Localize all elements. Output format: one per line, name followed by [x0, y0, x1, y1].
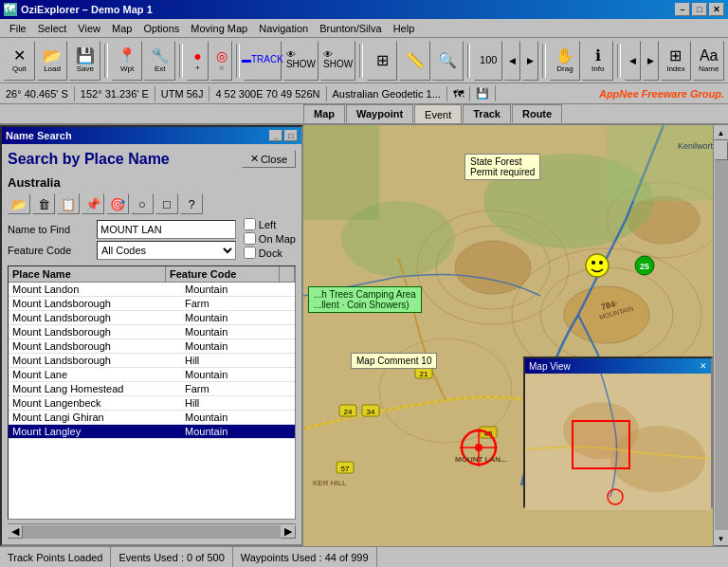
status-bar: Track Points Loaded Events Used : 0 of 5… [0, 546, 728, 567]
next-button[interactable]: ▶ [643, 41, 659, 81]
plus-button[interactable]: ● + [187, 41, 209, 81]
dock-checkbox[interactable] [244, 247, 256, 259]
zoom-out-button[interactable]: ◀ [504, 41, 520, 81]
panel-delete-button[interactable]: 🗑 [32, 193, 55, 214]
panel-pin-button[interactable]: 📌 [82, 193, 104, 214]
list-item[interactable]: Mount Landsborough Mountain [9, 311, 295, 325]
panel-copy-button[interactable]: 📋 [57, 193, 80, 214]
scroll-down-button[interactable]: ▼ [714, 531, 729, 546]
menu-map[interactable]: Map [106, 21, 137, 36]
mini-map-content [525, 374, 711, 512]
feature-code-cell: Mountain [181, 411, 295, 425]
place-name-cell: Mount Langi Ghiran [9, 411, 181, 425]
grid-display: 4 52 300E 70 49 526N [209, 86, 326, 101]
appnee-label: AppNee Freeware Group. [599, 88, 724, 100]
scroll-thumb-v[interactable] [715, 141, 728, 160]
scroll-left-btn[interactable]: ◀ [8, 525, 23, 539]
panel-circle-button[interactable]: ○ [131, 193, 154, 214]
track-btn[interactable]: ▬TRACK [244, 41, 282, 81]
map-icon[interactable]: 🗺 [447, 86, 470, 101]
sep5 [467, 44, 471, 78]
place-name-cell: Mount Langenbeck [9, 396, 181, 411]
mini-map-close-button[interactable]: ✕ [700, 361, 707, 371]
list-item[interactable]: Mount Lang Homestead Farm [9, 382, 295, 396]
list-item[interactable]: Mount Landsborough Hill [9, 354, 295, 368]
list-item[interactable]: Mount Langi Ghiran Mountain [9, 411, 295, 425]
tab-map[interactable]: Map [303, 104, 345, 123]
horizontal-scrollbar[interactable]: ◀ ▶ [8, 523, 296, 539]
scroll-up-button[interactable]: ▲ [714, 125, 729, 140]
map-vertical-scrollbar: ▲ ▼ [713, 125, 728, 546]
load-button[interactable]: 📂 Load [37, 41, 68, 81]
maximize-button[interactable]: □ [692, 3, 707, 16]
panel-minimize-button[interactable]: _ [269, 130, 282, 141]
name-button[interactable]: Aa Name [693, 41, 724, 81]
panel-square-button[interactable]: □ [155, 193, 178, 214]
place-name-cell: Mount Lang Homestead [9, 382, 181, 396]
menu-view[interactable]: View [72, 21, 106, 36]
panel-toolbar: 📂 🗑 📋 📌 🎯 ○ □ ? [8, 193, 296, 214]
info-button[interactable]: ℹ Info [582, 41, 613, 81]
menu-brunton[interactable]: Brunton/Silva [314, 21, 387, 36]
show-icon1: 👁SHOW [286, 50, 316, 69]
mini-map-title-label: Map View [529, 361, 571, 372]
circle-button[interactable]: ◎ ○ [210, 41, 232, 81]
tab-track[interactable]: Track [463, 104, 511, 123]
waypoint-icon: 📍 [118, 48, 136, 64]
menu-options[interactable]: Options [137, 21, 185, 36]
quit-button[interactable]: ✕ Quit [4, 41, 35, 81]
close-window-button[interactable]: ✕ [709, 3, 724, 16]
drag-button[interactable]: ✋ Drag [550, 41, 581, 81]
index-label: Index [666, 64, 685, 73]
ruler-button[interactable]: 📏 [399, 41, 430, 81]
events-status: Events Used : 0 of 500 [111, 547, 232, 567]
name-to-find-input[interactable] [97, 220, 236, 239]
svg-text:25: 25 [640, 262, 649, 271]
ext-button[interactable]: 🔧 Ext [144, 41, 175, 81]
menu-file[interactable]: File [4, 21, 32, 36]
menu-select[interactable]: Select [32, 21, 73, 36]
list-item[interactable]: Mount Landsborough Mountain [9, 325, 295, 339]
list-item[interactable]: Mount Lane Mountain [9, 368, 295, 382]
drag-label: Drag [556, 64, 573, 73]
panel-help-button[interactable]: ? [180, 193, 203, 214]
left-checkbox[interactable] [244, 218, 256, 230]
info-label: Info [592, 64, 604, 73]
menu-help[interactable]: Help [388, 21, 421, 36]
search-button[interactable]: 🔍 [432, 41, 464, 81]
save-button[interactable]: 💾 Save [69, 41, 100, 81]
disk-icon[interactable]: 💾 [470, 85, 496, 101]
show-btn2[interactable]: 👁SHOW [320, 41, 355, 81]
feature-code-cell: Mountain [181, 368, 295, 382]
feature-code-select[interactable]: All Codes Mountain Hill Farm [97, 241, 236, 260]
tab-route[interactable]: Route [512, 104, 562, 123]
prev-button[interactable]: ◀ [625, 41, 641, 81]
scroll-right-btn[interactable]: ▶ [281, 525, 296, 539]
list-item[interactable]: Mount Landon Mountain [9, 283, 295, 297]
show-btn1[interactable]: 👁SHOW [283, 41, 318, 81]
panel-target-button[interactable]: 🎯 [106, 193, 129, 214]
zoom-in-button[interactable]: ▶ [522, 41, 538, 81]
panel-load-button[interactable]: 📂 [8, 193, 30, 214]
drag-icon: ✋ [555, 48, 574, 64]
on-map-checkbox[interactable] [244, 232, 256, 245]
minimize-button[interactable]: – [675, 3, 690, 16]
index-icon: ⊞ [669, 48, 682, 64]
list-item[interactable]: Mount Landsborough Farm [9, 297, 295, 311]
close-button[interactable]: ✕ Close [242, 150, 296, 168]
list-item[interactable]: Mount Langenbeck Hill [9, 396, 295, 411]
waypoint-button[interactable]: 📍 Wpt [112, 41, 143, 81]
name-to-find-label: Name to Find [8, 224, 93, 235]
ext-icon: 🔧 [151, 48, 170, 64]
tab-event[interactable]: Event [414, 104, 462, 123]
map-area[interactable]: 24 34 21 57 45 [303, 125, 728, 546]
menu-moving-map[interactable]: Moving Map [185, 21, 253, 36]
index-button[interactable]: ⊞ Index [661, 41, 692, 81]
panel-maximize-button[interactable]: □ [284, 130, 298, 141]
list-item[interactable]: Mount Langley Mountain [9, 425, 295, 439]
save-icon: 💾 [76, 48, 95, 64]
grid-button[interactable]: ⊞ [367, 41, 398, 81]
tab-waypoint[interactable]: Waypoint [346, 104, 413, 123]
list-item[interactable]: Mount Landsborough Mountain [9, 339, 295, 354]
menu-navigation[interactable]: Navigation [253, 21, 314, 36]
